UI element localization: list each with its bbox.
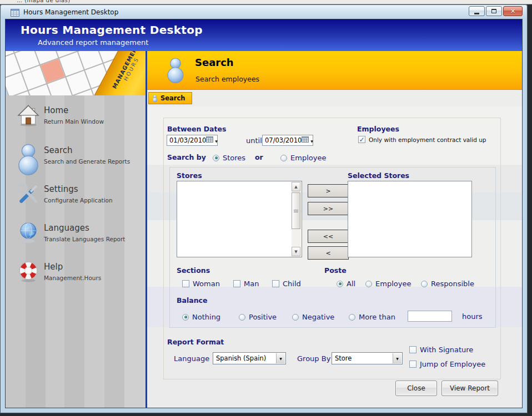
date-from-field[interactable]: 01/03/2010 ▼ xyxy=(167,135,218,146)
globe-icon xyxy=(17,221,40,245)
banner-subtitle: Advanced report management xyxy=(38,38,148,47)
background-window-text: … (mapa de dias) xyxy=(17,0,71,3)
radio-all[interactable]: All xyxy=(337,280,355,288)
stores-label: Stores xyxy=(177,171,202,180)
group-by-select[interactable]: Store ▼ xyxy=(332,352,403,364)
group-by-value: Store xyxy=(335,354,352,362)
selected-stores-listbox[interactable] xyxy=(348,181,472,257)
sections-label: Sections xyxy=(177,266,210,275)
move-all-right-button[interactable]: >> xyxy=(308,202,349,215)
radio-negative[interactable]: Negative xyxy=(292,313,334,321)
checkbox-child[interactable]: Child xyxy=(272,280,301,288)
client-area: Hours Management Desktop Advanced report… xyxy=(5,19,523,408)
radio-employee[interactable]: Employee xyxy=(280,154,326,162)
view-report-button[interactable]: View Report xyxy=(441,381,498,396)
sidebar-item-home[interactable]: Home Return Main Window xyxy=(17,103,138,131)
radio-selected[interactable] xyxy=(213,155,219,161)
content: Search Search employees xyxy=(147,51,522,408)
window-controls: ✕ xyxy=(469,6,523,16)
sidebar-item-label: Languages xyxy=(44,223,89,233)
minimize-button[interactable] xyxy=(469,6,485,16)
app-window: Hours Management Desktop ✕ Hours Managem… xyxy=(0,4,528,413)
sidebar-item-label: Search xyxy=(44,145,73,155)
maximize-button[interactable] xyxy=(486,6,502,16)
sidebar-item-desc: Configurate Application xyxy=(44,197,113,204)
chevron-down-icon: ▼ xyxy=(279,357,282,361)
date-from-value: 01/03/2010 xyxy=(169,136,206,144)
tools-icon xyxy=(17,182,40,206)
checkbox-with-signature[interactable]: With Signature xyxy=(409,346,473,354)
tab-label: Search xyxy=(160,94,185,102)
radio-nothing[interactable]: Nothing xyxy=(182,313,220,321)
background-window-fragment: … (mapa de dias) xyxy=(0,0,532,4)
radio-stores[interactable]: Stores xyxy=(213,154,245,162)
screen: … (mapa de dias) Hours Management Deskto… xyxy=(0,0,532,416)
tab-search[interactable]: Search xyxy=(148,92,192,104)
window-title: Hours Management Desktop xyxy=(23,8,118,16)
combo-arrow-button[interactable]: ▼ xyxy=(276,353,285,363)
sidebar-item-languages[interactable]: Languages Translate Languages Report xyxy=(17,221,138,248)
date-to-value: 07/03/2010 xyxy=(265,136,302,144)
app-banner: Hours Management Desktop Advanced report… xyxy=(6,19,522,51)
radio-more-than[interactable]: More than xyxy=(349,313,395,321)
radio-responsible[interactable]: Responsible xyxy=(421,280,474,288)
page-subtitle: Search employees xyxy=(195,75,259,83)
balance-label: Balance xyxy=(177,296,207,305)
hours-input[interactable] xyxy=(408,311,452,322)
report-format-label: Report Format xyxy=(167,338,224,346)
search-form: Between Dates 01/03/2010 xyxy=(147,106,522,408)
sidebar-item-search[interactable]: Search Search and Generate Reports xyxy=(17,143,138,171)
radio-positive[interactable]: Positive xyxy=(239,313,277,321)
person-icon xyxy=(152,94,158,103)
group-by-label: Group By xyxy=(297,354,330,363)
app-icon xyxy=(11,8,19,16)
contract-checkbox-label: Only with employment contract valid up xyxy=(369,136,486,143)
close-button[interactable]: Close xyxy=(395,381,437,396)
checkbox-woman[interactable]: Woman xyxy=(182,280,220,288)
until-label: until xyxy=(246,136,262,145)
dropdown-arrow-icon[interactable]: ▼ xyxy=(215,139,218,143)
banner-title: Hours Management Desktop xyxy=(21,23,203,37)
life-ring-icon xyxy=(17,260,40,284)
maximize-icon xyxy=(491,9,496,13)
scroll-thumb[interactable] xyxy=(292,192,300,229)
checkbox-checked[interactable] xyxy=(358,136,365,143)
titlebar: Hours Management Desktop ✕ xyxy=(1,5,526,19)
search-by-label: Search by xyxy=(167,153,206,161)
poste-label: Poste xyxy=(324,266,347,275)
home-icon xyxy=(17,103,40,128)
sidebar-item-desc: Translate Languages Report xyxy=(44,236,125,242)
close-window-button[interactable]: ✕ xyxy=(503,6,523,16)
sidebar-item-settings[interactable]: Settings Configurate Application xyxy=(17,182,138,210)
sidebar-item-desc: Return Main Window xyxy=(44,118,104,125)
language-select[interactable]: Spanish (Spain) ▼ xyxy=(213,352,286,364)
scroll-down-button[interactable]: ▼ xyxy=(292,247,300,256)
date-to-field[interactable]: 07/03/2010 ▼ xyxy=(262,135,313,146)
move-left-button[interactable]: < xyxy=(308,246,349,260)
sidebar-item-desc: Search and Generate Reports xyxy=(44,158,130,165)
stores-panel: Stores ▲ ▼ > >> << xyxy=(169,167,496,328)
hours-label: hours xyxy=(462,312,483,321)
sidebar-item-help[interactable]: Help Management.Hours xyxy=(17,260,138,287)
move-all-left-button[interactable]: << xyxy=(308,230,349,243)
checkbox-jump-of-employee[interactable]: Jump of Employee xyxy=(409,360,485,368)
chevron-down-icon: ▼ xyxy=(396,357,399,361)
calendar-icon xyxy=(302,136,309,144)
between-dates-label: Between Dates xyxy=(167,125,226,133)
move-right-button[interactable]: > xyxy=(308,184,349,197)
sidebar-nav: Home Return Main Window xyxy=(6,95,145,408)
contract-checkbox[interactable]: Only with employment contract valid up xyxy=(358,136,486,143)
checkbox-man[interactable]: Man xyxy=(233,280,259,288)
sidebar-artwork: MANAGEMENT HOURS xyxy=(6,51,145,95)
sidebar-item-desc: Management.Hours xyxy=(44,275,101,281)
radio-unselected[interactable] xyxy=(280,155,287,161)
combo-arrow-button[interactable]: ▼ xyxy=(393,353,401,363)
scroll-up-button[interactable]: ▲ xyxy=(292,182,300,191)
language-label: Language xyxy=(174,354,209,363)
stores-listbox[interactable]: ▲ ▼ xyxy=(177,181,302,257)
page-title: Search xyxy=(195,57,234,68)
minimize-icon xyxy=(474,13,479,14)
stores-scrollbar[interactable]: ▲ ▼ xyxy=(292,182,301,256)
radio-poste-employee[interactable]: Employee xyxy=(365,280,411,288)
dropdown-arrow-icon[interactable]: ▼ xyxy=(310,139,313,143)
